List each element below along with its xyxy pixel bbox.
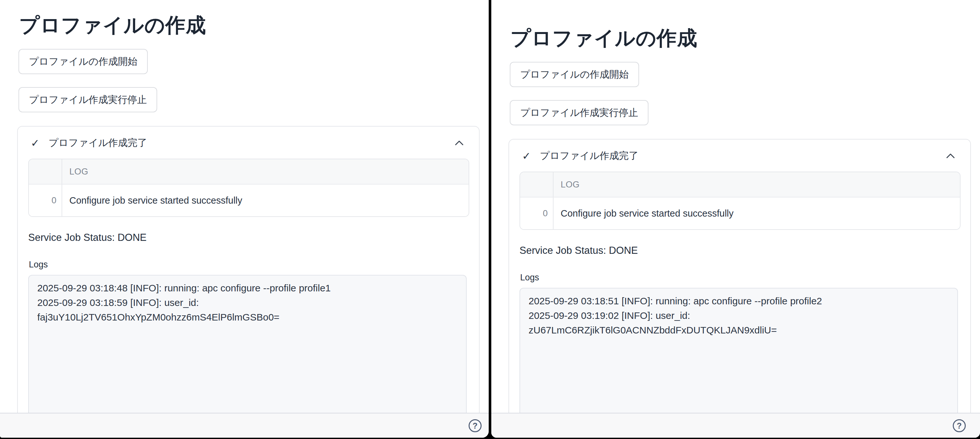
app-window-left: プロファイルの作成 プロファイルの作成開始 プロファイル作成実行停止 ✓ プロフ… — [0, 0, 489, 438]
start-profile-creation-button[interactable]: プロファイルの作成開始 — [510, 62, 639, 87]
table-row-log: Configure job service started successful… — [553, 197, 960, 229]
table-log-header: LOG — [62, 159, 469, 184]
footer-bar: ? — [491, 413, 980, 438]
profile-complete-accordion: ✓ プロファイル作成完了 LOG 0 Configure job service… — [509, 139, 971, 438]
footer-bar: ? — [0, 413, 489, 438]
logs-label: Logs — [29, 260, 469, 270]
accordion-label: プロファイル作成完了 — [49, 136, 147, 150]
table-log-header: LOG — [553, 172, 960, 197]
table-row-index: 0 — [520, 197, 553, 229]
stop-profile-creation-button[interactable]: プロファイル作成実行停止 — [19, 87, 157, 113]
table-index-header — [520, 172, 553, 197]
page-content-right: プロファイルの作成 プロファイルの作成開始 プロファイル作成実行停止 ✓ プロフ… — [491, 25, 980, 438]
accordion-header[interactable]: ✓ プロファイル作成完了 — [520, 149, 960, 171]
accordion-header[interactable]: ✓ プロファイル作成完了 — [28, 136, 469, 158]
table-row-index: 0 — [29, 184, 62, 216]
service-job-status: Service Job Status: DONE — [520, 245, 960, 257]
log-table: LOG 0 Configure job service started succ… — [520, 171, 961, 230]
stop-profile-creation-button[interactable]: プロファイル作成実行停止 — [510, 100, 649, 125]
check-icon: ✓ — [31, 137, 40, 149]
service-job-status: Service Job Status: DONE — [28, 232, 469, 244]
page-title: プロファイルの作成 — [511, 25, 980, 51]
start-profile-creation-button[interactable]: プロファイルの作成開始 — [19, 49, 148, 74]
logs-label: Logs — [520, 273, 960, 283]
page-content-left: プロファイルの作成 プロファイルの作成開始 プロファイル作成実行停止 ✓ プロフ… — [0, 12, 489, 438]
page-title: プロファイルの作成 — [19, 12, 489, 38]
table-row-log: Configure job service started successful… — [62, 184, 469, 216]
log-table: LOG 0 Configure job service started succ… — [28, 158, 469, 217]
table-index-header — [29, 159, 62, 184]
chevron-up-icon — [946, 152, 955, 160]
profile-complete-accordion: ✓ プロファイル作成完了 LOG 0 Configure job service… — [17, 126, 480, 438]
chevron-up-icon — [454, 139, 464, 147]
accordion-label: プロファイル作成完了 — [540, 149, 638, 163]
check-icon: ✓ — [522, 150, 531, 162]
help-button[interactable]: ? — [469, 419, 482, 432]
help-button[interactable]: ? — [953, 419, 966, 432]
app-window-right: プロファイルの作成 プロファイルの作成開始 プロファイル作成実行停止 ✓ プロフ… — [491, 0, 980, 438]
